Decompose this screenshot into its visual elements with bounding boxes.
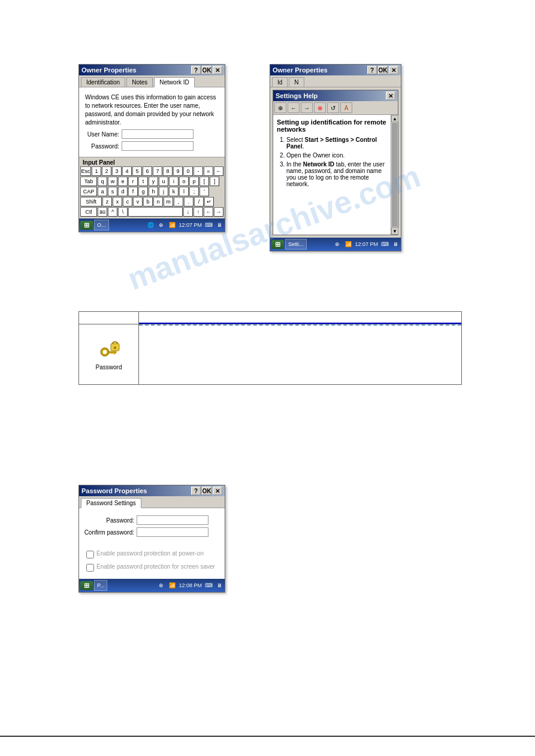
- kb-down[interactable]: ↓: [183, 207, 193, 217]
- start-btn-2[interactable]: ⊞: [271, 240, 284, 249]
- kb-tab[interactable]: Tab: [80, 177, 97, 186]
- kb-6[interactable]: 6: [143, 166, 152, 176]
- kb-up[interactable]: ↑: [194, 207, 203, 217]
- kb-equals[interactable]: =: [204, 166, 213, 176]
- confirm-pwd-input[interactable]: [137, 527, 208, 537]
- kb-s[interactable]: s: [108, 187, 117, 196]
- kb-slash[interactable]: /: [194, 197, 204, 207]
- checkbox-power-on[interactable]: [86, 551, 94, 558]
- help-stop-btn[interactable]: ⊗: [314, 102, 326, 113]
- start-btn-1[interactable]: ⊞: [80, 221, 93, 230]
- scroll-down-btn[interactable]: ▼: [391, 227, 398, 235]
- kb-a[interactable]: a: [98, 187, 107, 196]
- kb-8[interactable]: 8: [163, 166, 173, 176]
- kb-g[interactable]: g: [138, 187, 148, 196]
- tab-notes[interactable]: Notes: [126, 77, 153, 87]
- kb-h[interactable]: h: [149, 187, 158, 196]
- kb-m[interactable]: m: [164, 197, 173, 207]
- help-refresh-btn[interactable]: ↺: [327, 102, 339, 113]
- kb-1[interactable]: 1: [92, 166, 101, 176]
- kb-o[interactable]: o: [179, 177, 189, 186]
- checkbox-screensaver[interactable]: [86, 564, 94, 572]
- taskbar-item-2[interactable]: Setti...: [285, 239, 307, 250]
- kb-c[interactable]: c: [123, 197, 132, 207]
- username-row: User Name:: [83, 129, 221, 139]
- kb-backslash[interactable]: \: [118, 207, 128, 217]
- pwd-close-btn[interactable]: ✕: [213, 487, 222, 495]
- kb-k[interactable]: k: [169, 187, 179, 196]
- kb-left[interactable]: ←: [204, 207, 213, 217]
- win2-ok-btn[interactable]: OK: [378, 66, 388, 74]
- help-scrollbar[interactable]: ▲ ▼: [391, 115, 398, 235]
- scroll-up-btn[interactable]: ▲: [391, 115, 398, 122]
- password-input[interactable]: [122, 141, 194, 151]
- kb-9[interactable]: 9: [173, 166, 183, 176]
- username-input[interactable]: [122, 129, 194, 139]
- kb-backspace[interactable]: ←: [214, 166, 223, 176]
- help-close-btn[interactable]: ✕: [386, 92, 395, 100]
- kb-shift[interactable]: Shift: [80, 197, 102, 207]
- tab-password-settings[interactable]: Password Settings: [81, 498, 141, 508]
- kb-lbracket[interactable]: [: [200, 177, 209, 186]
- kb-enter[interactable]: ↵: [204, 197, 214, 207]
- kb-ctrl[interactable]: Ctl: [80, 207, 97, 217]
- kb-3[interactable]: 3: [112, 166, 122, 176]
- taskbar-item-3[interactable]: P...: [94, 580, 107, 591]
- kb-x[interactable]: x: [113, 197, 122, 207]
- help-next-btn[interactable]: →: [301, 102, 313, 113]
- kb-f[interactable]: f: [128, 187, 138, 196]
- kb-minus[interactable]: -: [194, 166, 203, 176]
- kb-period[interactable]: .: [184, 197, 194, 207]
- kb-r[interactable]: r: [128, 177, 138, 186]
- kb-rbracket[interactable]: ]: [210, 177, 219, 186]
- kb-w[interactable]: w: [108, 177, 117, 186]
- kb-j[interactable]: j: [159, 187, 168, 196]
- win1-ok-btn[interactable]: OK: [202, 66, 211, 74]
- help-home-btn[interactable]: A: [340, 102, 352, 113]
- kb-l[interactable]: l: [179, 187, 189, 196]
- kb-comma[interactable]: ,: [174, 197, 183, 207]
- kb-2[interactable]: 2: [102, 166, 111, 176]
- pwd-help-btn[interactable]: ?: [191, 487, 201, 495]
- kb-n[interactable]: n: [153, 197, 163, 207]
- kb-special[interactable]: äü: [98, 207, 107, 217]
- kb-b[interactable]: b: [143, 197, 153, 207]
- kb-p[interactable]: p: [189, 177, 199, 186]
- kb-5[interactable]: 5: [132, 166, 142, 176]
- kb-z[interactable]: z: [102, 197, 112, 207]
- tab2-id[interactable]: Id: [272, 77, 288, 87]
- kb-0[interactable]: 0: [183, 166, 193, 176]
- kb-caps[interactable]: CAP: [80, 187, 97, 196]
- kb-t[interactable]: t: [138, 177, 148, 186]
- kb-d[interactable]: d: [118, 187, 128, 196]
- win2-close-btn[interactable]: ✕: [389, 66, 398, 74]
- kb-y[interactable]: y: [149, 177, 158, 186]
- tab-network-id[interactable]: Network ID: [154, 77, 194, 87]
- kb-4[interactable]: 4: [122, 166, 132, 176]
- help-prev-btn[interactable]: ←: [288, 102, 300, 113]
- kb-u[interactable]: u: [159, 177, 168, 186]
- kb-q[interactable]: q: [98, 177, 107, 186]
- keyboard-icon-2: ⌨: [380, 240, 389, 248]
- network-icon: 🖥: [215, 221, 223, 229]
- pwd-field-input[interactable]: [137, 515, 208, 525]
- help-back2-btn[interactable]: ⊕: [274, 102, 286, 113]
- kb-esc[interactable]: Esc: [80, 166, 91, 176]
- win1-close-btn[interactable]: ✕: [213, 66, 222, 74]
- kb-quote[interactable]: ': [200, 187, 209, 196]
- pwd-ok-btn[interactable]: OK: [202, 487, 211, 495]
- taskbar-item-1[interactable]: O...: [94, 220, 109, 230]
- win2-help-btn[interactable]: ?: [367, 66, 377, 74]
- kb-7[interactable]: 7: [153, 166, 162, 176]
- kb-caret[interactable]: ^: [108, 207, 117, 217]
- kb-space[interactable]: [128, 207, 183, 217]
- kb-semicolon[interactable]: ;: [189, 187, 199, 196]
- kb-i[interactable]: i: [169, 177, 179, 186]
- kb-v[interactable]: v: [133, 197, 143, 207]
- win1-help-btn[interactable]: ?: [191, 66, 201, 74]
- tab2-n[interactable]: N: [289, 77, 304, 87]
- start-btn-3[interactable]: ⊞: [80, 581, 93, 590]
- tab-identification[interactable]: Identification: [81, 77, 125, 87]
- kb-right[interactable]: →: [214, 207, 223, 217]
- kb-e[interactable]: e: [118, 177, 128, 186]
